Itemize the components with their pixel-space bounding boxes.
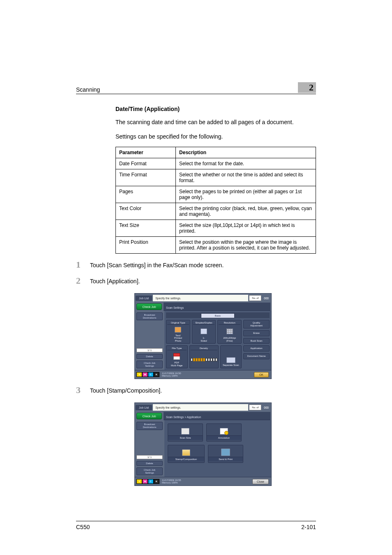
model-name: C550 [76,524,90,530]
check-job-button[interactable]: Check Job [136,303,162,310]
page-footer: C550 2-101 [76,521,316,530]
delete-button[interactable]: Delete [136,461,163,466]
separate-scan-button[interactable]: Separate Scan [220,345,242,368]
simplex-icon [201,328,207,334]
tab-job-list[interactable]: Job List [136,405,152,410]
table-header-row: Parameter Description [116,147,316,158]
breadcrumb: Scan Settings [164,303,270,311]
table-row: Text ColorSelect the printing color (bla… [116,203,316,220]
instruction-text: Specify the settings. [153,404,248,411]
screenshot-scan-settings: Job List Specify the settings. No. of 00… [76,293,316,379]
list-count-value: 000 [264,406,269,409]
table-row: Print PositionSelect the position within… [116,237,316,254]
content: Date/Time (Application) The scanning dat… [76,106,316,254]
step-text: Touch [Scan Settings] in the Fax/Scan mo… [90,261,316,270]
check-job-button[interactable]: Check Job [136,413,162,419]
step-list: 1 Touch [Scan Settings] in the Fax/Scan … [76,261,316,289]
table-row: PagesSelect the pages to be printed on (… [116,186,316,203]
erase-button[interactable]: Erase [243,330,270,336]
toner-level-indicator: Y M C K [136,372,159,377]
density-button[interactable]: Density [189,345,219,368]
simplex-duplex-button[interactable]: Simplex/Duplex 1- Sided [192,320,216,344]
running-section-title: Scanning [76,86,298,93]
heading-date-time-application: Date/Time (Application) [115,106,316,112]
datetime-memory-status: 11/17/2006 19:55 Memory 100% [162,479,181,484]
toner-level-indicator: Y M C K [136,479,159,484]
density-scale-icon [191,358,217,361]
annotation-icon [220,428,228,435]
page-number: 2-101 [301,524,316,530]
table-row: Time FormatSelect the whether or not the… [116,169,316,186]
step-3: 3 Touch [Stamp/Composition]. [76,386,316,398]
send-and-print-button[interactable]: Send & Print [208,445,243,463]
datetime-memory-status: 11/17/2006 19:50 Memory 100% [162,372,181,377]
resolution-icon [226,328,233,334]
file-type-button[interactable]: File Type PDF Multi Page [166,345,188,368]
resolution-button[interactable]: Resolution 200x200dpi (Fine) [217,320,242,344]
stamp-icon [182,449,190,456]
broadcast-destinations-button[interactable]: Broadcast Destinations [136,422,163,430]
book-scan-button[interactable]: Book Scan [243,338,270,344]
list-count-badge: No. of [249,295,261,301]
step-1: 1 Touch [Scan Settings] in the Fax/Scan … [76,261,316,273]
stamp-composition-button[interactable]: Stamp/Composition [168,445,205,463]
annotation-button[interactable]: Annotation [206,423,242,442]
original-type-icon [175,327,181,333]
chapter-number-badge: 2 [298,82,316,93]
separate-scan-icon [226,357,235,363]
intro-paragraph-1: The scanning date and time can be added … [115,118,316,127]
table-row: Date FormatSelect the format for the dat… [116,158,316,169]
quality-adjustment-button[interactable]: Quality Adjustment [243,320,270,328]
step-number: 2 [76,276,90,285]
tab-job-list[interactable]: Job List [136,296,152,301]
page-indicator: 1/ 1 [136,455,163,459]
check-job-settings-button[interactable]: Check Job Settings [136,467,163,475]
table-row: Text SizeSelect the size (8pt,10pt,12pt … [116,220,316,237]
broadcast-destinations-button[interactable]: Broadcast Destinations [136,312,163,320]
step-list-continued: 3 Touch [Stamp/Composition]. [76,386,316,398]
col-description: Description [176,147,316,158]
step-text: Touch [Application]. [90,277,316,286]
list-count-value: 000 [264,297,269,300]
send-print-icon [221,449,230,456]
pdf-file-icon [173,353,180,360]
application-button[interactable]: Application [243,345,270,352]
parameters-table: Parameter Description Date FormatSelect … [115,147,316,254]
ok-button[interactable]: OK [254,372,269,377]
list-count-badge: No. of [249,405,261,410]
original-type-button[interactable]: Original Type Text/ Printed Photo [166,320,190,344]
step-number: 1 [76,260,90,269]
scan-size-button[interactable]: Scan Size [168,423,203,442]
manual-page: Scanning 2 Date/Time (Application) The s… [0,0,392,555]
step-text: Touch [Stamp/Composition]. [90,386,316,395]
tab-basic[interactable]: Basic [201,313,235,318]
close-button[interactable]: Close [252,479,269,484]
step-2: 2 Touch [Application]. [76,277,316,289]
breadcrumb: Scan Settings > Application [164,412,270,420]
delete-button[interactable]: Delete [136,354,163,359]
col-parameter: Parameter [116,147,176,158]
page-indicator: 1/ 1 [136,348,163,352]
screenshot-application-menu: Job List Specify the settings. No. of 00… [76,402,316,486]
document-name-button[interactable]: Document Name [243,353,270,359]
intro-paragraph-2: Settings can be specified for the follow… [115,132,316,141]
check-job-settings-button[interactable]: Check Job Settings [136,361,163,368]
running-head: Scanning 2 [76,82,316,94]
scan-size-icon [181,428,189,435]
step-number: 3 [76,386,90,395]
instruction-text: Specify the settings. [153,295,248,301]
